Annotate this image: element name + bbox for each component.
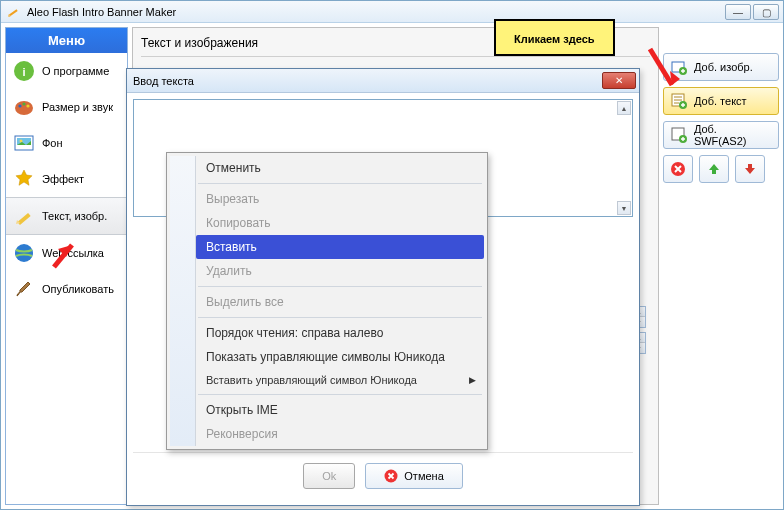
annotation-callout: Кликаем здесь	[494, 19, 615, 56]
cancel-icon	[384, 469, 398, 483]
dialog-close-button[interactable]: ✕	[602, 72, 636, 89]
app-titlebar: Aleo Flash Intro Banner Maker — ▢	[1, 1, 783, 23]
ctx-insert-unicode[interactable]: Вставить управляющий символ Юникода ▶	[198, 369, 484, 391]
section-divider	[141, 56, 650, 57]
svg-rect-10	[17, 213, 30, 225]
globe-icon	[12, 241, 36, 265]
arrow-up-icon	[707, 162, 721, 176]
app-icon	[5, 4, 21, 20]
ctx-copy[interactable]: Копировать	[198, 211, 484, 235]
svg-point-6	[26, 104, 29, 107]
scroll-up-button[interactable]: ▲	[617, 101, 631, 115]
sidebar-item-text-image[interactable]: Текст, изобр.	[6, 197, 127, 235]
svg-point-5	[22, 102, 25, 105]
sidebar-item-about[interactable]: i О программе	[6, 53, 127, 89]
move-down-button[interactable]	[735, 155, 765, 183]
ctx-cut[interactable]: Вырезать	[198, 187, 484, 211]
annotation-arrow-icon	[642, 45, 686, 101]
pencil-icon	[12, 204, 36, 228]
sidebar-item-effect[interactable]: Эффект	[6, 161, 127, 197]
svg-point-11	[15, 244, 33, 262]
add-swf-label: Доб. SWF(AS2)	[694, 123, 772, 147]
sidebar-item-label: Размер и звук	[42, 101, 113, 113]
add-image-label: Доб. изобр.	[694, 61, 753, 73]
brush-icon	[12, 277, 36, 301]
sidebar-title: Меню	[6, 28, 127, 53]
ctx-separator	[198, 286, 482, 287]
sidebar-item-background[interactable]: Фон	[6, 125, 127, 161]
sidebar-item-label: Эффект	[42, 173, 84, 185]
picture-icon	[12, 131, 36, 155]
ok-button[interactable]: Ok	[303, 463, 355, 489]
submenu-arrow-icon: ▶	[469, 375, 476, 385]
info-icon: i	[12, 59, 36, 83]
sidebar-item-publish[interactable]: Опубликовать	[6, 271, 127, 307]
ctx-delete[interactable]: Удалить	[198, 259, 484, 283]
sidebar-item-label: Опубликовать	[42, 283, 114, 295]
sidebar-item-label: Текст, изобр.	[42, 210, 107, 222]
palette-icon	[12, 95, 36, 119]
ctx-paste[interactable]: Вставить	[196, 235, 484, 259]
add-swf-button[interactable]: Доб. SWF(AS2)	[663, 121, 779, 149]
move-up-button[interactable]	[699, 155, 729, 183]
ctx-separator	[198, 317, 482, 318]
ctx-show-unicode[interactable]: Показать управляющие символы Юникода	[198, 345, 484, 369]
swf-plus-icon	[670, 126, 688, 144]
window-maximize-button[interactable]: ▢	[753, 4, 779, 20]
dialog-title: Ввод текста	[133, 75, 194, 87]
delete-button[interactable]	[663, 155, 693, 183]
sidebar-item-label: Фон	[42, 137, 63, 149]
ctx-undo[interactable]: Отменить	[198, 156, 484, 180]
svg-text:i: i	[22, 66, 25, 78]
sidebar-item-size-sound[interactable]: Размер и звук	[6, 89, 127, 125]
context-menu-iconbar	[170, 156, 196, 446]
toolbox: Доб. изобр. Доб. текст Доб. SWF(AS2)	[663, 53, 779, 505]
ctx-reconversion[interactable]: Реконверсия	[198, 422, 484, 446]
ctx-open-ime[interactable]: Открыть IME	[198, 398, 484, 422]
scroll-down-button[interactable]: ▼	[617, 201, 631, 215]
app-title: Aleo Flash Intro Banner Maker	[27, 6, 176, 18]
sidebar-item-label: О программе	[42, 65, 109, 77]
cancel-button[interactable]: Отмена	[365, 463, 462, 489]
add-text-label: Доб. текст	[694, 95, 747, 107]
delete-icon	[670, 161, 686, 177]
ctx-rtl[interactable]: Порядок чтения: справа налево	[198, 321, 484, 345]
ctx-separator	[198, 183, 482, 184]
ctx-select-all[interactable]: Выделить все	[198, 290, 484, 314]
annotation-arrow-icon	[48, 237, 82, 271]
dialog-titlebar: Ввод текста ✕	[127, 69, 639, 93]
arrow-down-icon	[743, 162, 757, 176]
star-icon	[12, 167, 36, 191]
ctx-separator	[198, 394, 482, 395]
svg-point-4	[18, 104, 21, 107]
window-minimize-button[interactable]: —	[725, 4, 751, 20]
context-menu: Отменить Вырезать Копировать Вставить Уд…	[166, 152, 488, 450]
